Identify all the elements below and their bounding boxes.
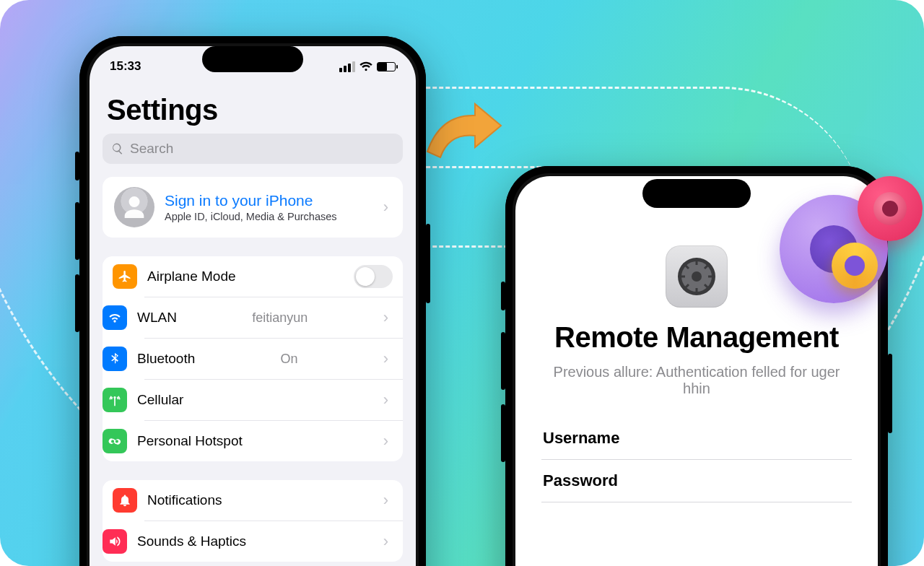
sounds-icon <box>103 529 127 554</box>
arrow-icon <box>419 101 505 166</box>
wifi-icon <box>359 61 372 71</box>
status-time: 15:33 <box>110 59 141 74</box>
notifications-icon <box>113 488 137 513</box>
row-bluetooth[interactable]: Bluetooth On › <box>144 338 403 379</box>
row-label: Airplane Mode <box>147 269 236 284</box>
decorative-gears <box>780 173 924 318</box>
airplane-toggle[interactable] <box>354 265 393 288</box>
settings-app-icon <box>666 245 728 308</box>
chevron-right-icon: › <box>383 308 393 327</box>
cellular-signal-icon <box>339 61 355 72</box>
search-icon <box>111 142 124 155</box>
row-personal-hotspot[interactable]: Personal Hotspot › <box>144 420 403 461</box>
row-sounds-haptics[interactable]: Sounds & Haptics › <box>144 521 403 562</box>
ring-icon <box>832 243 878 289</box>
row-label: Personal Hotspot <box>137 433 243 449</box>
battery-icon <box>377 62 396 71</box>
remote-management-subtitle: Previous allure: Authentication felled f… <box>515 364 878 397</box>
chevron-right-icon: › <box>383 349 393 368</box>
wifi-icon <box>103 305 127 330</box>
bluetooth-icon <box>103 347 127 371</box>
chevron-right-icon: › <box>383 432 393 450</box>
row-label: Sounds & Haptics <box>137 534 246 549</box>
row-value: On <box>280 352 297 367</box>
remote-management-title: Remote Management <box>515 321 878 354</box>
cellular-icon <box>103 388 127 412</box>
illustration-canvas: 15:33 Settings Search Sign i <box>0 0 924 566</box>
apple-id-card[interactable]: Sign in to your iPhone Apple ID, iCloud,… <box>103 177 403 238</box>
phone-settings: 15:33 Settings Search Sign i <box>79 36 426 566</box>
hotspot-icon <box>103 429 127 453</box>
row-notifications[interactable]: Notifications › <box>103 480 403 521</box>
gear-icon <box>858 176 923 241</box>
chevron-right-icon: › <box>383 491 393 510</box>
row-airplane-mode[interactable]: Airplane Mode <box>103 256 403 297</box>
apple-id-subtitle: Apple ID, iCloud, Media & Purchases <box>165 211 337 222</box>
row-wlan[interactable]: WLAN feitianyun › <box>144 297 403 338</box>
row-value: feitianyun <box>252 310 308 326</box>
dynamic-island <box>642 179 751 208</box>
apple-id-title: Sign in to your iPhone <box>165 192 337 209</box>
search-placeholder: Search <box>130 141 173 157</box>
avatar <box>114 187 154 227</box>
settings-group-alerts: Notifications › Sounds & Haptics › <box>103 480 403 562</box>
dynamic-island <box>202 46 303 72</box>
svg-point-2 <box>692 271 702 282</box>
chevron-right-icon: › <box>383 532 393 551</box>
row-label: Notifications <box>147 492 222 508</box>
airplane-icon <box>113 264 137 289</box>
row-label: Cellular <box>137 392 183 408</box>
password-field[interactable]: Password <box>541 460 852 502</box>
row-label: WLAN <box>137 310 177 326</box>
username-field[interactable]: Username <box>541 417 852 460</box>
row-label: Bluetooth <box>137 351 195 367</box>
settings-group-network: Airplane Mode WLAN feitianyun › Bluetoot… <box>103 256 403 461</box>
chevron-right-icon: › <box>383 391 393 409</box>
row-cellular[interactable]: Cellular › <box>144 379 403 420</box>
chevron-right-icon: › <box>383 198 393 217</box>
search-input[interactable]: Search <box>103 134 403 164</box>
page-title: Settings <box>90 77 416 134</box>
